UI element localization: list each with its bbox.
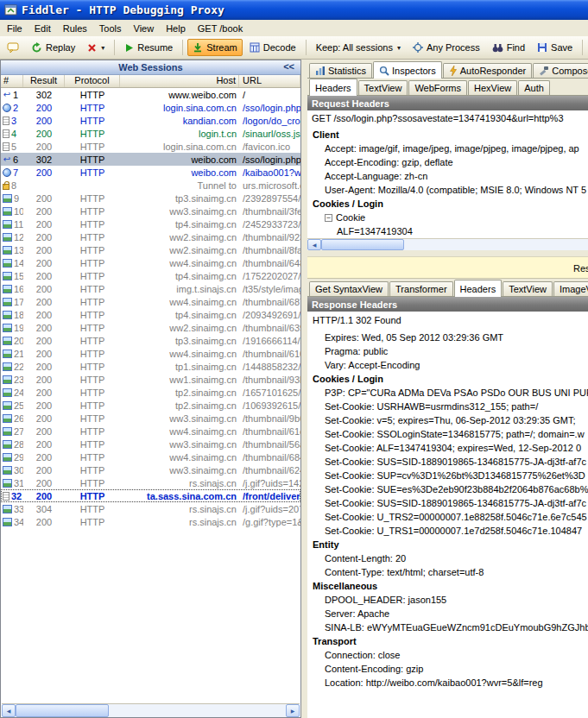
session-host: ww4.sinaimg.cn bbox=[120, 349, 239, 359]
request-tab-headers[interactable]: Headers bbox=[309, 79, 357, 96]
decode-button[interactable]: Decode bbox=[244, 39, 301, 56]
request-response-splitter[interactable] bbox=[307, 250, 588, 256]
session-row[interactable]: 19200HTTPww2.sinaimg.cn/thumbnail/6391 bbox=[1, 321, 300, 334]
collapse-box[interactable]: − bbox=[325, 214, 332, 222]
response-tab-get-syntaxview[interactable]: Get SyntaxView bbox=[309, 281, 389, 296]
scroll-track[interactable] bbox=[404, 239, 588, 250]
encoded-notice-bar[interactable]: Response body is encoded. Click to decod… bbox=[307, 256, 588, 279]
session-row[interactable]: 15200HTTPtp4.sinaimg.cn/1752202027/50 bbox=[1, 269, 300, 282]
header-text: Client bbox=[313, 128, 339, 142]
response-tab-transformer[interactable]: Transformer bbox=[389, 281, 453, 296]
session-row[interactable]: 32200HTTPta.sass.sina.com.cn/front/deliv… bbox=[1, 489, 300, 502]
response-inspector-tab-strip: Get SyntaxViewTransformerHeadersTextView… bbox=[307, 279, 588, 297]
session-row[interactable]: 9200HTTPtp3.sinaimg.cn/2392897554/18 bbox=[1, 192, 300, 205]
session-host: tp4.sinaimg.cn bbox=[120, 271, 239, 281]
session-row[interactable]: 31200HTTPrs.sinajs.cn/j.gif?uids=1421 bbox=[1, 476, 300, 489]
column-header-result[interactable]: Result bbox=[23, 75, 65, 87]
session-row[interactable]: 23200HTTPww1.sinaimg.cn/thumbnail/93b8 bbox=[1, 373, 300, 386]
remove-sessions-button[interactable]: ▾ bbox=[82, 40, 110, 56]
session-row[interactable]: 27200HTTPww4.sinaimg.cn/thumbnail/61e6 bbox=[1, 425, 300, 438]
session-row[interactable]: 10200HTTPww3.sinaimg.cn/thumbnail/3feb bbox=[1, 205, 300, 217]
session-row[interactable]: ↩6302HTTPweibo.com/sso/login.php?s bbox=[1, 153, 300, 166]
request-header-section: Client bbox=[307, 128, 588, 142]
session-row[interactable]: 4200HTTPlogin.t.cn/sinaurl/oss.json bbox=[1, 127, 300, 140]
session-row[interactable]: 28200HTTPww3.sinaimg.cn/thumbnail/56ab bbox=[1, 438, 300, 450]
response-tab-textview[interactable]: TextView bbox=[503, 281, 553, 296]
redirect-icon: ↩ bbox=[3, 91, 11, 99]
response-tab-headers[interactable]: Headers bbox=[454, 280, 503, 297]
menu-edit[interactable]: Edit bbox=[28, 22, 57, 35]
session-row[interactable]: 21200HTTPww4.sinaimg.cn/thumbnail/6106 bbox=[1, 347, 300, 360]
request-tab-auth[interactable]: Auth bbox=[518, 80, 550, 95]
column-header-url[interactable]: URL bbox=[239, 75, 300, 87]
session-row[interactable]: 17200HTTPww4.sinaimg.cn/thumbnail/6870 bbox=[1, 295, 300, 308]
session-row[interactable]: 11200HTTPtp4.sinaimg.cn/2452933723/50 bbox=[1, 217, 300, 230]
menu-view[interactable]: View bbox=[128, 22, 161, 35]
session-row[interactable]: 25200HTTPtp2.sinaimg.cn/1069392615/50 bbox=[1, 399, 300, 412]
collapse-panel-button[interactable]: << bbox=[281, 61, 297, 72]
scroll-left-arrow[interactable]: ◀ bbox=[2, 704, 16, 717]
session-result: 200 bbox=[23, 219, 65, 230]
request-hscrollbar[interactable]: ◀ bbox=[307, 238, 588, 250]
response-tab-imageview[interactable]: ImageView bbox=[553, 281, 588, 296]
menu-file[interactable]: File bbox=[1, 22, 28, 35]
menu-get-book[interactable]: GET /book bbox=[192, 22, 249, 35]
menu-tools[interactable]: Tools bbox=[93, 22, 128, 35]
session-row[interactable]: 7200HTTPweibo.com/kaibao001?wvr= bbox=[1, 166, 300, 179]
column-header-host[interactable]: Host bbox=[120, 75, 239, 87]
session-host: rs.sinajs.cn bbox=[120, 478, 239, 488]
tab-autoresponder[interactable]: AutoResponder bbox=[443, 63, 532, 78]
tab-composer[interactable]: Composer bbox=[533, 63, 588, 78]
session-row[interactable]: 18200HTTPtp4.sinaimg.cn/2093492691/50 bbox=[1, 308, 300, 321]
session-row[interactable]: 3200HTTPkandian.com/logon/do_cross bbox=[1, 114, 300, 127]
keep-sessions-dropdown[interactable]: Keep: All sessions▾ bbox=[311, 39, 406, 56]
request-tab-hexview[interactable]: HexView bbox=[468, 80, 517, 95]
tab-inspectors[interactable]: Inspectors bbox=[373, 61, 442, 79]
session-row[interactable]: 30200HTTPww3.sinaimg.cn/thumbnail/624c bbox=[1, 463, 300, 476]
any-process-button[interactable]: Any Process bbox=[408, 39, 485, 56]
column-header-[interactable]: # bbox=[1, 75, 23, 87]
session-row[interactable]: 12200HTTPww2.sinaimg.cn/thumbnail/9234 bbox=[1, 230, 300, 243]
request-tab-textview[interactable]: TextView bbox=[358, 80, 408, 95]
menu-help[interactable]: Help bbox=[160, 22, 192, 35]
stream-button[interactable]: Stream bbox=[187, 39, 242, 56]
header-text: Content-Length: 20 bbox=[325, 551, 406, 565]
session-row[interactable]: 22200HTTPtp1.sinaimg.cn/1448858232/50 bbox=[1, 360, 300, 373]
replay-button[interactable]: Replay bbox=[26, 39, 80, 57]
find-button[interactable]: Find bbox=[487, 39, 530, 56]
session-number: 13 bbox=[1, 245, 23, 255]
session-row[interactable]: 8Tunnel tours.microsoft.com bbox=[1, 179, 300, 192]
session-row[interactable]: 20200HTTPtp3.sinaimg.cn/1916666114/50 bbox=[1, 334, 300, 347]
sessions-hscrollbar[interactable]: ◀ ▶ bbox=[2, 703, 300, 717]
session-row[interactable]: 34200HTTPrs.sinajs.cn/g.gif?type=1&t bbox=[1, 515, 300, 528]
session-result: 200 bbox=[23, 426, 65, 437]
column-header-protocol[interactable]: Protocol bbox=[65, 75, 120, 87]
session-row[interactable]: 2200HTTPlogin.sina.com.cn/sso/login.php?… bbox=[1, 101, 300, 114]
tab-statistics[interactable]: Statistics bbox=[309, 63, 372, 78]
session-row[interactable]: 29200HTTPww4.sinaimg.cn/thumbnail/684f bbox=[1, 450, 300, 463]
session-row[interactable]: 16200HTTPimg.t.sinajs.cn/t35/style/image bbox=[1, 282, 300, 295]
scroll-left-arrow[interactable]: ◀ bbox=[307, 239, 321, 250]
session-row[interactable]: ↩1302HTTPwww.weibo.com/ bbox=[1, 88, 300, 101]
session-row[interactable]: 13200HTTPww2.sinaimg.cn/thumbnail/8fac bbox=[1, 243, 300, 256]
redirect-icon: ↩ bbox=[3, 155, 11, 164]
session-row[interactable]: 26200HTTPww3.sinaimg.cn/thumbnail/9b62 bbox=[1, 412, 300, 425]
session-row[interactable]: 33304HTTPrs.sinajs.cn/j.gif?uids=2072 bbox=[1, 502, 300, 515]
image-icon bbox=[3, 466, 12, 475]
session-row[interactable]: 5200HTTPlogin.sina.com.cn/favicon.ico bbox=[1, 140, 300, 153]
session-row[interactable]: 14200HTTPww4.sinaimg.cn/thumbnail/6482 bbox=[1, 256, 300, 269]
session-row[interactable]: 24200HTTPtp2.sinaimg.cn/1657101625/50 bbox=[1, 386, 300, 399]
save-button[interactable]: Save bbox=[532, 39, 578, 56]
resume-button[interactable]: Resume bbox=[119, 39, 178, 56]
scroll-thumb[interactable] bbox=[16, 704, 109, 717]
menu-rules[interactable]: Rules bbox=[57, 22, 93, 35]
scroll-track[interactable] bbox=[109, 704, 286, 717]
response-header-line: Expires: Wed, 05 Sep 2012 03:29:36 GMT bbox=[307, 331, 588, 344]
scroll-thumb[interactable] bbox=[321, 239, 404, 250]
request-tab-webforms[interactable]: WebForms bbox=[408, 80, 467, 95]
panel-splitter[interactable] bbox=[301, 60, 307, 718]
scroll-right-arrow[interactable]: ▶ bbox=[286, 704, 300, 717]
app-icon bbox=[4, 3, 17, 16]
session-protocol: HTTP bbox=[65, 297, 120, 307]
comment-button[interactable] bbox=[2, 39, 24, 57]
